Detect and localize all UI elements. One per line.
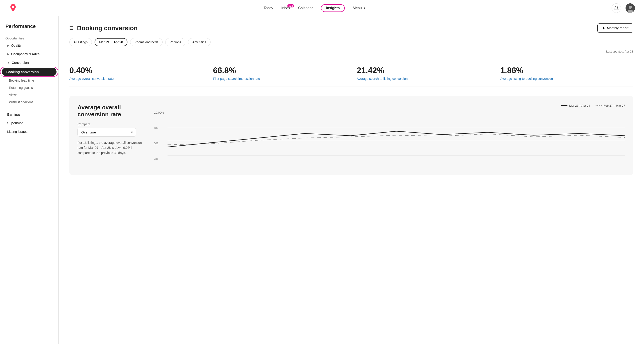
top-navigation: Today Inbox 224 Calendar Insights Menu ▾: [0, 0, 644, 16]
occupancy-arrow-icon: ▶: [7, 53, 9, 56]
sidebar-opportunities[interactable]: Opportunities: [0, 35, 58, 41]
sidebar-item-superhost[interactable]: Superhost: [2, 119, 56, 127]
y-label-1: 8%: [154, 126, 166, 130]
grid-line-3: [168, 155, 625, 156]
metric-search-to-listing: 21.42% Average search-to-listing convers…: [357, 66, 490, 81]
sidebar-item-booking-conversion[interactable]: Booking conversion: [2, 68, 56, 76]
grid-line-0: [168, 111, 625, 111]
nav-today[interactable]: Today: [264, 6, 273, 10]
sidebar-item-quality[interactable]: ▶ Quality: [2, 41, 56, 50]
svg-point-0: [12, 6, 14, 8]
chart-title: Average overall conversion rate: [78, 104, 145, 118]
user-avatar[interactable]: [626, 4, 635, 13]
chart-area: 10.00% 8% 5% 3%: [154, 111, 625, 160]
monthly-report-button[interactable]: ⬇ Monthly report: [598, 24, 633, 33]
compare-select-wrapper: Over time By listing By region: [78, 128, 136, 137]
chart-plot: [168, 111, 625, 160]
conversion-arrow-icon: ▼: [7, 61, 10, 64]
page-header: ☰ Booking conversion ⬇ Monthly report: [69, 24, 633, 33]
grid-line-1: [168, 127, 625, 127]
sidebar-item-earnings[interactable]: Earnings: [2, 110, 56, 119]
metric-listing-to-booking: 1.86% Average listing-to-booking convers…: [500, 66, 633, 81]
compare-label: Compare: [78, 122, 145, 126]
filter-regions[interactable]: Regions: [165, 38, 185, 46]
sidebar-item-conversion[interactable]: ▼ Conversion: [2, 58, 56, 67]
hamburger-icon[interactable]: ☰: [69, 26, 74, 31]
chart-legend: Mar 27 – Apr 24 Feb 27 – Mar 27: [154, 104, 625, 107]
metric-value-3: 1.86%: [500, 66, 633, 75]
chart-description: For 13 listings, the average overall con…: [78, 140, 145, 155]
filter-date-range[interactable]: Mar 29 → Apr 28: [94, 38, 128, 46]
chart-svg: [168, 111, 625, 160]
sidebar-item-booking-lead-time[interactable]: Booking lead time: [0, 77, 58, 84]
legend-item-current: Mar 27 – Apr 24: [561, 104, 590, 107]
legend-item-previous: Feb 27 – Mar 27: [596, 104, 625, 107]
y-label-0: 10.00%: [154, 111, 166, 114]
chart-section: Average overall conversion rate Compare …: [69, 96, 633, 175]
sidebar-item-occupancy[interactable]: ▶ Occupancy & rates: [2, 50, 56, 58]
nav-right: [612, 4, 635, 13]
metric-label-1[interactable]: First-page search impression rate: [213, 77, 346, 81]
nav-insights[interactable]: Insights: [321, 4, 344, 12]
download-icon: ⬇: [602, 26, 605, 30]
inbox-badge: 224: [287, 4, 294, 8]
legend-line-solid: [561, 105, 568, 106]
metrics-row: 0.40% Average overall conversion rate 66…: [69, 60, 633, 87]
y-label-2: 5%: [154, 141, 166, 145]
quality-arrow-icon: ▶: [7, 44, 9, 47]
sidebar: Performance Opportunities ▶ Quality ▶ Oc…: [0, 16, 58, 344]
sidebar-title: Performance: [0, 24, 58, 35]
metric-label-3[interactable]: Average listing-to-booking conversion: [500, 77, 633, 81]
legend-line-dashed: [596, 105, 602, 106]
filter-amenities[interactable]: Amenities: [188, 38, 210, 46]
y-axis-labels: 10.00% 8% 5% 3%: [154, 111, 166, 160]
legend-label-previous: Feb 27 – Mar 27: [604, 104, 625, 107]
nav-calendar[interactable]: Calendar: [298, 6, 313, 10]
grid-line-2: [168, 141, 625, 141]
main-content: ☰ Booking conversion ⬇ Monthly report Al…: [58, 16, 644, 344]
metric-overall-conversion: 0.40% Average overall conversion rate: [69, 66, 202, 81]
metric-label-0[interactable]: Average overall conversion rate: [69, 77, 202, 81]
metric-value-2: 21.42%: [357, 66, 490, 75]
metric-first-page-impression: 66.8% First-page search impression rate: [213, 66, 346, 81]
page-title: Booking conversion: [77, 25, 138, 32]
legend-label-current: Mar 27 – Apr 24: [569, 104, 590, 107]
notifications-button[interactable]: [612, 4, 621, 13]
sidebar-item-returning-guests[interactable]: Returning guests: [0, 84, 58, 91]
sidebar-item-views[interactable]: Views: [0, 91, 58, 98]
filter-rooms-and-beds[interactable]: Rooms and beds: [130, 38, 162, 46]
nav-menu[interactable]: Menu ▾: [353, 6, 365, 10]
airbnb-logo[interactable]: [9, 4, 17, 13]
y-label-3: 3%: [154, 157, 166, 160]
metric-label-2[interactable]: Average search-to-listing conversion: [357, 77, 490, 81]
svg-point-2: [629, 6, 632, 9]
metric-value-0: 0.40%: [69, 66, 202, 75]
filter-all-listings[interactable]: All listings: [69, 38, 92, 46]
compare-select[interactable]: Over time By listing By region: [78, 128, 136, 137]
metric-value-1: 66.8%: [213, 66, 346, 75]
filter-row: All listings Mar 29 → Apr 28 Rooms and b…: [69, 38, 633, 46]
sidebar-item-listing-issues[interactable]: Listing issues: [2, 127, 56, 136]
last-updated-label: Last updated: Apr 28: [69, 50, 633, 53]
nav-items: Today Inbox 224 Calendar Insights Menu ▾: [264, 4, 365, 12]
chart-header: Average overall conversion rate Compare …: [78, 104, 625, 160]
sidebar-item-wishlist-additions[interactable]: Wishlist additions: [0, 98, 58, 106]
page-layout: Performance Opportunities ▶ Quality ▶ Oc…: [0, 16, 644, 344]
nav-inbox[interactable]: Inbox 224: [281, 6, 290, 10]
